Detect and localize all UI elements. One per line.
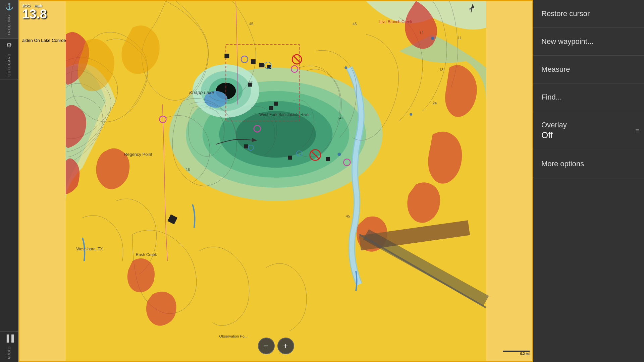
map-svg: 45 45 42 42 45 16 24 12 11 13 Knapp Lake…	[19, 1, 532, 361]
overlay-value: Off	[541, 130, 636, 140]
svg-rect-13	[224, 54, 229, 58]
svg-text:Regency Point: Regency Point	[124, 152, 152, 157]
audio-icon: ▐▐	[4, 335, 14, 342]
scale-text: 0.2 mi	[520, 352, 530, 356]
svg-rect-19	[269, 106, 273, 110]
overlay-item[interactable]: Overlay Off ≡	[533, 111, 644, 150]
svg-text:Westshore, TX: Westshore, TX	[76, 247, 103, 251]
more-options-item[interactable]: More options	[533, 150, 644, 178]
more-options-label: More options	[541, 160, 584, 168]
zoom-in-label: +	[283, 341, 288, 351]
svg-text:Observation Po...: Observation Po...	[219, 334, 247, 338]
outboard-label: OUTBOARD	[7, 53, 11, 76]
sog-value: 13.8	[22, 8, 47, 20]
left-sidebar: ⚓ TROLLING ⚙ OUTBOARD ▐▐ AUDIO	[0, 0, 18, 362]
overlay-menu-icon: ≡	[635, 127, 639, 134]
scale-bar: 0.2 mi	[503, 351, 530, 356]
svg-rect-40	[169, 219, 172, 221]
sidebar-trolling[interactable]: ⚓ TROLLING	[0, 0, 18, 39]
measure-label: Measure	[541, 65, 570, 73]
restore-cursor-item[interactable]: Restore cursor	[533, 0, 644, 28]
svg-text:12: 12	[419, 31, 423, 35]
svg-rect-22	[326, 157, 330, 161]
audio-label: AUDIO	[7, 346, 11, 359]
bottom-controls: − +	[258, 338, 294, 354]
overlay-label: Overlay	[541, 121, 567, 129]
find-label: Find...	[541, 93, 562, 101]
svg-rect-21	[288, 156, 292, 160]
svg-text:Live Branch Creek: Live Branch Creek	[379, 19, 412, 24]
trolling-icon: ⚓	[5, 3, 13, 11]
svg-point-36	[344, 66, 347, 69]
location-text: alden On Lake Conroe	[22, 38, 66, 43]
svg-point-5	[236, 111, 316, 158]
zoom-in-button[interactable]: +	[277, 338, 294, 354]
svg-point-39	[410, 113, 412, 116]
svg-text:Rush Creek: Rush Creek	[136, 252, 157, 257]
map-canvas[interactable]: 45 45 42 42 45 16 24 12 11 13 Knapp Lake…	[19, 1, 532, 361]
zoom-out-button[interactable]: −	[258, 338, 275, 354]
measure-item[interactable]: Measure	[533, 56, 644, 83]
location-label: alden On Lake Conroe	[22, 38, 66, 43]
svg-point-38	[431, 37, 434, 40]
trolling-label: TROLLING	[7, 15, 11, 36]
sidebar-outboard[interactable]: ⚙ OUTBOARD	[0, 39, 18, 79]
svg-rect-15	[259, 63, 264, 67]
svg-text:45: 45	[346, 214, 350, 218]
new-waypoint-item[interactable]: New waypoint...	[533, 28, 644, 56]
sidebar-audio[interactable]: ▐▐ AUDIO	[0, 331, 18, 362]
map-container[interactable]: 45 45 42 42 45 16 24 12 11 13 Knapp Lake…	[18, 0, 533, 362]
find-item[interactable]: Find...	[533, 83, 644, 111]
new-waypoint-label: New waypoint...	[541, 37, 593, 46]
svg-rect-18	[274, 102, 278, 106]
svg-text:42: 42	[339, 116, 343, 120]
right-panel: Restore cursor New waypoint... Measure F…	[533, 0, 644, 362]
svg-point-37	[337, 153, 341, 156]
svg-text:16: 16	[186, 168, 190, 172]
zoom-out-label: −	[264, 341, 268, 351]
svg-text:45: 45	[353, 22, 357, 26]
svg-text:24: 24	[433, 101, 437, 105]
restore-cursor-label: Restore cursor	[541, 9, 590, 18]
outboard-icon: ⚙	[6, 41, 12, 49]
sog-display: SOG mph 13.8	[22, 4, 47, 20]
svg-text:11: 11	[458, 36, 462, 40]
svg-text:45: 45	[249, 22, 253, 26]
svg-text:13: 13	[439, 68, 443, 72]
svg-rect-14	[251, 59, 256, 64]
svg-text:42: 42	[249, 80, 253, 84]
svg-rect-20	[244, 144, 248, 148]
svg-text:Knapp Lake: Knapp Lake	[189, 90, 214, 95]
svg-text:West Fork San Jacinto River: West Fork San Jacinto River	[259, 112, 310, 117]
